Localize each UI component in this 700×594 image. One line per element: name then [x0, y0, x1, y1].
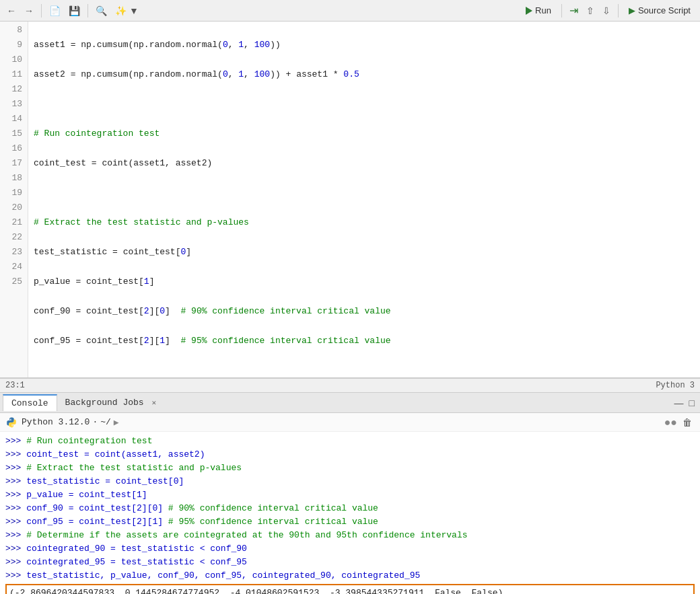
source-script-label: Source Script [638, 5, 691, 15]
step-up-button[interactable]: ⇧ [584, 4, 597, 17]
console-tabs: Console Background Jobs ✕ — □ [0, 393, 700, 413]
minimize-console-button[interactable]: — [672, 396, 687, 410]
back-button[interactable]: ← [4, 4, 19, 17]
line-num-24: 24 [5, 260, 22, 274]
code-line-8: asset1 = np.cumsum(np.random.normal(0, 1… [34, 38, 695, 52]
separator-4 [618, 4, 619, 17]
line-num-8: 8 [5, 23, 22, 38]
code-line-11: # Run cointegration test [34, 126, 695, 141]
tab-background-jobs[interactable]: Background Jobs ✕ [57, 395, 164, 410]
separator-dot: · [92, 417, 98, 427]
console-section: Console Background Jobs ✕ — □ Python 3.1… [0, 393, 700, 594]
source-script-arrow: ▶ [629, 5, 635, 15]
wand-button[interactable]: ✨ ▼ [112, 4, 141, 17]
line-numbers: 8 9 10 11 12 13 14 15 16 17 18 19 20 21 … [0, 22, 28, 377]
save-button[interactable]: 💾 [66, 4, 83, 17]
console-out-11: >>> test_statistic, p_value, conf_90, co… [5, 569, 695, 583]
line-num-12: 12 [5, 82, 22, 97]
code-editor[interactable]: 8 9 10 11 12 13 14 15 16 17 18 19 20 21 … [0, 22, 700, 378]
code-line-18: conf_95 = coint_test[2][1] # 95% confide… [34, 334, 695, 348]
line-num-11: 11 [5, 67, 22, 82]
console-out-2: >>> coint_test = coint(asset1, asset2) [5, 448, 695, 461]
line-num-13: 13 [5, 97, 22, 112]
cursor-position: 23:1 [5, 381, 656, 390]
code-line-12: coint_test = coint(asset1, asset2) [34, 156, 695, 171]
python-version: Python 3.12.0 [22, 417, 90, 427]
separator-2 [88, 4, 88, 17]
continue-button[interactable]: ⇥ [567, 3, 581, 18]
python-icon [5, 416, 18, 429]
line-num-18: 18 [5, 171, 22, 186]
working-dir: ~/ [100, 417, 111, 427]
line-num-19: 19 [5, 186, 22, 200]
line-num-23: 23 [5, 245, 22, 260]
file-icon[interactable]: 📄 [46, 4, 63, 17]
code-line-9: asset2 = np.cumsum(np.random.normal(0, 1… [34, 67, 695, 82]
line-num-20: 20 [5, 200, 22, 215]
language-indicator: Python 3 [656, 381, 695, 390]
run-arrow-icon [526, 7, 532, 15]
line-num-15: 15 [5, 126, 22, 141]
console-out-9: >>> cointegrated_90 = test_statistic < c… [5, 542, 695, 556]
clear-console-button[interactable]: 🗑 [680, 416, 695, 429]
toolbar: ← → 📄 💾 🔍 ✨ ▼ Run ⇥ ⇧ ⇩ ▶ Source Script [0, 0, 700, 22]
line-num-25: 25 [5, 274, 22, 289]
line-num-9: 9 [5, 38, 22, 52]
console-tab-label: Console [11, 398, 48, 408]
console-out-5: >>> p_value = coint_test[1] [5, 488, 695, 502]
code-line-10 [34, 97, 695, 112]
code-line-14: # Extract the test statistic and p-value… [34, 215, 695, 230]
console-out-3: >>> # Extract the test statistic and p-v… [5, 461, 695, 475]
console-result: (-2.8696420344597833, 0.1445284674774952… [5, 584, 695, 594]
source-script-button[interactable]: ▶ Source Script [623, 3, 696, 17]
forward-button[interactable]: → [22, 4, 36, 17]
console-header: Python 3.12.0 · ~/ ▶ ●● 🗑 [0, 413, 700, 432]
console-out-7: >>> conf_95 = coint_test[2][1] # 95% con… [5, 515, 695, 529]
interrupt-button[interactable]: ●● [662, 415, 680, 430]
console-out-10: >>> cointegrated_95 = test_statistic < c… [5, 556, 695, 569]
line-num-10: 10 [5, 52, 22, 67]
line-num-21: 21 [5, 215, 22, 230]
code-area: 8 9 10 11 12 13 14 15 16 17 18 19 20 21 … [0, 22, 700, 377]
console-out-4: >>> test_statistic = coint_test[0] [5, 475, 695, 488]
step-down-button[interactable]: ⇩ [600, 4, 613, 17]
code-line-16: p_value = coint_test[1] [34, 274, 695, 289]
separator-1 [41, 4, 42, 17]
line-num-22: 22 [5, 230, 22, 245]
line-num-17: 17 [5, 156, 22, 171]
run-button[interactable]: Run [520, 3, 557, 17]
separator-3 [561, 4, 562, 17]
code-content[interactable]: asset1 = np.cumsum(np.random.normal(0, 1… [28, 22, 700, 377]
line-num-16: 16 [5, 141, 22, 156]
code-line-17: conf_90 = coint_test[2][0] # 90% confide… [34, 304, 695, 319]
console-output: >>> # Run cointegration test >>> coint_t… [0, 432, 700, 594]
status-bar: 23:1 Python 3 [0, 378, 700, 393]
tab-close-icon[interactable]: ✕ [151, 399, 156, 407]
background-jobs-label: Background Jobs [65, 398, 144, 408]
code-line-15: test_statistic = coint_test[0] [34, 245, 695, 260]
find-button[interactable]: 🔍 [93, 4, 110, 17]
tab-console[interactable]: Console [3, 394, 57, 411]
dir-arrow-icon: ▶ [114, 417, 119, 428]
console-out-8: >>> # Determine if the assets are cointe… [5, 529, 695, 542]
code-line-19 [34, 363, 695, 377]
maximize-console-button[interactable]: □ [687, 396, 697, 410]
code-line-13 [34, 186, 695, 200]
console-out-1: >>> # Run cointegration test [5, 435, 695, 448]
console-out-6: >>> conf_90 = coint_test[2][0] # 90% con… [5, 502, 695, 515]
line-num-14: 14 [5, 112, 22, 126]
run-label: Run [535, 5, 551, 15]
